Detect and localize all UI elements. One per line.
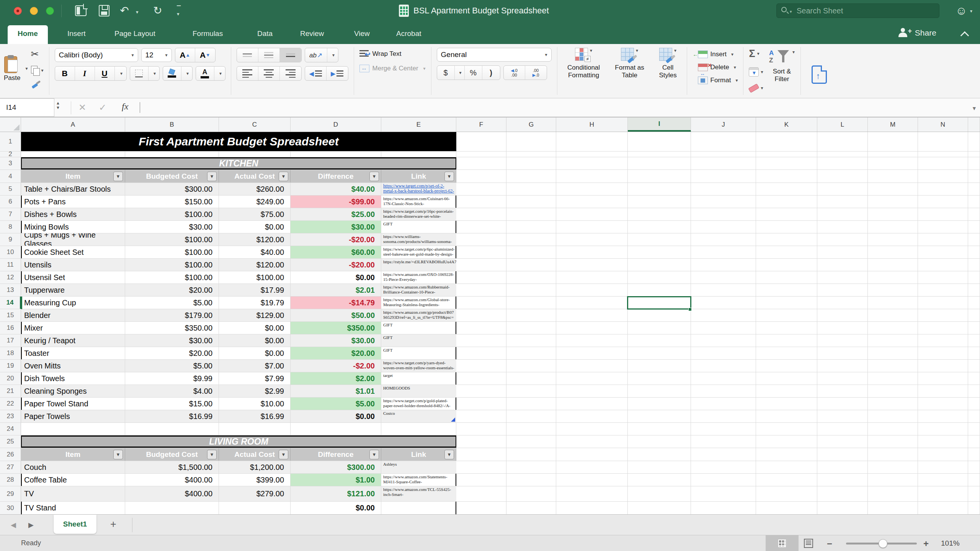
cell[interactable] xyxy=(691,132,756,151)
cell[interactable] xyxy=(456,297,506,309)
cell-actual-C12[interactable]: $100.00 xyxy=(219,271,291,284)
cell-difference-D14[interactable]: -$14.79 xyxy=(291,297,381,309)
cell[interactable] xyxy=(456,385,506,397)
cell[interactable] xyxy=(756,208,817,220)
cell[interactable] xyxy=(817,334,868,347)
cell[interactable] xyxy=(628,486,691,501)
prev-sheet-icon[interactable]: ◀ xyxy=(11,521,16,529)
cell[interactable] xyxy=(868,347,918,359)
cell[interactable] xyxy=(756,183,817,195)
row-header-23[interactable]: 23 xyxy=(0,410,21,422)
cell-item-A19[interactable]: Oven Mitts xyxy=(21,360,125,372)
cell[interactable] xyxy=(556,347,628,359)
cell[interactable] xyxy=(868,208,918,220)
table-header-actual-cost[interactable]: Actual Cost▼ xyxy=(219,170,291,183)
cell-link-E17[interactable]: GIFT xyxy=(381,334,456,347)
zoom-out-button[interactable]: − xyxy=(827,538,832,549)
cell[interactable] xyxy=(817,486,868,501)
cell[interactable] xyxy=(691,309,756,321)
cell-actual-C8[interactable]: $0.00 xyxy=(219,221,291,233)
row-header-24[interactable]: 24 xyxy=(0,423,21,435)
increase-indent-button[interactable]: ▶ xyxy=(327,67,348,80)
cell[interactable] xyxy=(691,170,756,183)
merge-center-caret-icon[interactable]: ▾ xyxy=(423,66,426,71)
cell-actual-C22[interactable]: $10.00 xyxy=(219,398,291,410)
redo-icon[interactable]: ↻ xyxy=(150,5,165,17)
cell[interactable] xyxy=(456,196,506,208)
search-sheet-input[interactable]: ▾ Search Sheet xyxy=(776,3,939,18)
cell-link-E28[interactable]: https://www.amazon.com/Statements-MJ411-… xyxy=(381,474,456,486)
cell[interactable] xyxy=(506,152,556,157)
cell[interactable] xyxy=(918,486,968,501)
expand-formula-bar-icon[interactable]: ▼ xyxy=(972,105,977,111)
cell-difference-D8[interactable]: $30.00 xyxy=(291,221,381,233)
row-header-29[interactable]: 29 xyxy=(0,486,21,501)
cell-link-E18[interactable]: GIFT xyxy=(381,347,456,359)
cell-budgeted-B20[interactable]: $9.99 xyxy=(125,372,219,385)
cell[interactable] xyxy=(506,233,556,246)
cell[interactable] xyxy=(628,233,691,246)
cell[interactable] xyxy=(817,259,868,271)
table-header-actual-cost[interactable]: Actual Cost▼ xyxy=(219,448,291,461)
cell[interactable] xyxy=(817,398,868,410)
cell[interactable] xyxy=(756,157,817,170)
cell[interactable] xyxy=(456,309,506,321)
zoom-slider[interactable] xyxy=(846,543,917,544)
cell[interactable] xyxy=(628,259,691,271)
cell[interactable] xyxy=(556,385,628,397)
cell[interactable] xyxy=(918,423,968,435)
autosum-button[interactable]: Σ xyxy=(749,49,755,59)
cell[interactable] xyxy=(628,196,691,208)
cell[interactable] xyxy=(456,132,506,151)
cell-difference-D29[interactable]: $121.00 xyxy=(291,486,381,501)
cell[interactable] xyxy=(918,297,968,309)
cancel-entry-icon[interactable]: ✕ xyxy=(78,102,86,113)
column-header-H[interactable]: H xyxy=(556,117,628,132)
share-button[interactable]: + Share xyxy=(898,28,936,37)
confirm-entry-icon[interactable]: ✓ xyxy=(99,102,106,113)
column-header-K[interactable]: K xyxy=(756,117,817,132)
cell-link-E20[interactable]: target xyxy=(381,372,456,385)
cell-link-E23[interactable]: Costco xyxy=(381,410,456,422)
cell[interactable] xyxy=(628,271,691,284)
cell[interactable] xyxy=(556,360,628,372)
cell[interactable] xyxy=(756,297,817,309)
cell-link-E27[interactable]: Ashleys xyxy=(381,461,456,473)
section-banner-living-room[interactable]: LIVING ROOM xyxy=(21,435,456,448)
cell[interactable] xyxy=(456,360,506,372)
cell[interactable] xyxy=(219,423,291,435)
cell-item-A23[interactable]: Paper Towels xyxy=(21,410,125,422)
zoom-in-button[interactable]: + xyxy=(923,538,929,549)
cell-actual-C14[interactable]: $19.79 xyxy=(219,297,291,309)
cell[interactable] xyxy=(219,152,291,157)
cell-link-E6[interactable]: https://www.amazon.com/Cuisinart-66-17N-… xyxy=(381,196,456,208)
undo-caret-icon[interactable]: ▾ xyxy=(136,9,139,15)
cell[interactable] xyxy=(756,385,817,397)
cell[interactable] xyxy=(817,474,868,486)
cell[interactable] xyxy=(691,334,756,347)
row-header-1[interactable]: 1 xyxy=(0,132,21,151)
cell-difference-D16[interactable]: $350.00 xyxy=(291,322,381,334)
percent-button[interactable]: % xyxy=(465,66,482,80)
cell[interactable] xyxy=(868,297,918,309)
cell[interactable] xyxy=(556,170,628,183)
cell[interactable] xyxy=(456,259,506,271)
cell-item-A8[interactable]: Mixing Bowls xyxy=(21,221,125,233)
cell-actual-C11[interactable]: $120.00 xyxy=(219,259,291,271)
cell[interactable] xyxy=(817,461,868,473)
cell[interactable] xyxy=(456,152,506,157)
filter-dropdown-icon[interactable]: ▼ xyxy=(207,171,217,181)
table-header-item[interactable]: Item▼ xyxy=(21,448,125,461)
cell[interactable] xyxy=(628,347,691,359)
cell-difference-D23[interactable]: $0.00 xyxy=(291,410,381,422)
cell[interactable] xyxy=(381,152,456,157)
cell[interactable] xyxy=(628,170,691,183)
decrease-decimal-button[interactable]: ◀.0.00 xyxy=(504,66,525,80)
cell[interactable] xyxy=(556,372,628,385)
cell[interactable] xyxy=(628,208,691,220)
table-header-link[interactable]: Link▼ xyxy=(381,448,456,461)
cell[interactable] xyxy=(918,448,968,461)
cell[interactable] xyxy=(918,284,968,296)
cell[interactable] xyxy=(756,486,817,501)
cell[interactable] xyxy=(756,271,817,284)
